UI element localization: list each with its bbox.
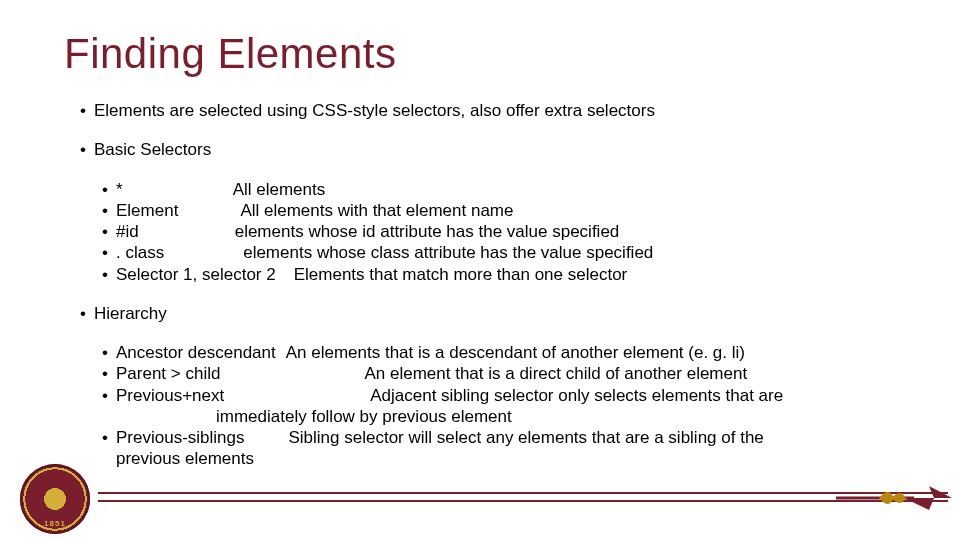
hierarchy-item-2-cont: immediately follow by previous element — [102, 406, 920, 427]
bullet-basic-heading: Basic Selectors — [80, 139, 920, 160]
selector-desc: An element that is a direct child of ano… — [364, 363, 747, 384]
selector-text: * — [116, 179, 123, 200]
seal-year: 1851 — [20, 519, 90, 528]
bullet-icon — [102, 242, 116, 263]
bullet-icon — [102, 342, 116, 363]
selector-desc: elements whose id attribute has the valu… — [235, 221, 620, 242]
bullet-icon — [80, 139, 94, 160]
bullet-icon — [80, 100, 94, 121]
footer-rule — [98, 492, 948, 502]
selector-text: #id — [116, 221, 139, 242]
fsu-seal-icon: 1851 — [20, 464, 90, 534]
selector-text: . class — [116, 242, 164, 263]
bullet-icon — [102, 264, 116, 285]
spear-icon — [834, 478, 954, 518]
bullet-icon — [102, 179, 116, 200]
selector-desc: All elements with that element name — [240, 200, 513, 221]
basic-item-0: *All elements — [102, 179, 920, 200]
selector-desc: Adjacent sibling selector only selects e… — [370, 385, 783, 406]
selector-text: Previous+next — [116, 385, 224, 406]
basic-heading: Basic Selectors — [94, 139, 211, 160]
selector-text: Previous-siblings — [116, 427, 245, 448]
hierarchy-item-1: Parent > childAn element that is a direc… — [102, 363, 920, 384]
basic-item-3: . classelements whose class attribute ha… — [102, 242, 920, 263]
hierarchy-item-2: Previous+nextAdjacent sibling selector o… — [102, 385, 920, 406]
selector-desc: An elements that is a descendant of anot… — [286, 342, 745, 363]
selector-desc-cont: immediately follow by previous element — [216, 406, 512, 427]
basic-item-4: Selector 1, selector 2Elements that matc… — [102, 264, 920, 285]
slide-title: Finding Elements — [64, 30, 397, 78]
slide-footer: 1851 — [0, 460, 960, 540]
selector-text: Element — [116, 200, 178, 221]
bullet-intro: Elements are selected using CSS-style se… — [80, 100, 920, 121]
selector-desc: All elements — [233, 179, 326, 200]
hierarchy-item-3: Previous-siblingsSibling selector will s… — [102, 427, 920, 448]
hierarchy-heading: Hierarchy — [94, 303, 167, 324]
selector-text: Parent > child — [116, 363, 220, 384]
bullet-icon — [80, 303, 94, 324]
bullet-icon — [102, 221, 116, 242]
bullet-icon — [102, 200, 116, 221]
selector-text: Ancestor descendant — [116, 342, 276, 363]
basic-item-2: #idelements whose id attribute has the v… — [102, 221, 920, 242]
bullet-icon — [102, 385, 116, 406]
selector-desc: elements whose class attribute has the v… — [243, 242, 653, 263]
bullet-icon — [102, 427, 116, 448]
selector-desc: Sibling selector will select any element… — [289, 427, 764, 448]
hierarchy-item-0: Ancestor descendantAn elements that is a… — [102, 342, 920, 363]
selector-desc: Elements that match more than one select… — [294, 264, 628, 285]
bullet-hierarchy-heading: Hierarchy — [80, 303, 920, 324]
bullet-icon — [102, 363, 116, 384]
selector-text: Selector 1, selector 2 — [116, 264, 276, 285]
intro-text: Elements are selected using CSS-style se… — [94, 100, 655, 121]
basic-item-1: ElementAll elements with that element na… — [102, 200, 920, 221]
slide-body: Elements are selected using CSS-style se… — [80, 100, 920, 470]
